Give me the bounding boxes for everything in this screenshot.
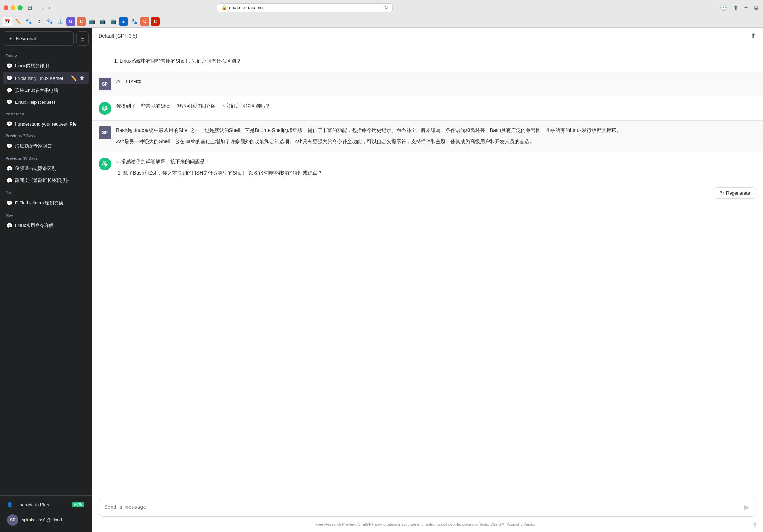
- traffic-light-yellow[interactable]: [11, 5, 15, 10]
- chat-icon: 💬: [6, 143, 12, 149]
- tab-13[interactable]: C: [140, 17, 149, 26]
- sidebar-toggle-btn[interactable]: ⊟: [25, 4, 34, 12]
- traffic-light-green[interactable]: [18, 5, 23, 10]
- user-email: spirals.trios0i@icloud.: [22, 518, 76, 522]
- copy-button[interactable]: 🗋: [722, 102, 731, 112]
- question-item-1: Linux系统中有哪些常用的Shell，它们之间有什么区别？: [120, 57, 756, 65]
- tab-2[interactable]: 🐾: [24, 17, 33, 26]
- chat-item-text: Diffie-Hellman 密钥交换: [15, 200, 85, 206]
- tab-6[interactable]: G: [66, 17, 75, 26]
- gpt-avatar: [99, 102, 111, 115]
- section-yesterday: Yesterday: [3, 108, 89, 118]
- chat-item-text: Linux常用命令详解: [15, 222, 85, 229]
- share-btn[interactable]: ⬆: [732, 4, 740, 12]
- thumbs-down-button[interactable]: 👎: [746, 102, 756, 112]
- tab-4[interactable]: 🐾: [45, 17, 54, 26]
- tab-12[interactable]: 🐾: [130, 17, 139, 26]
- message-user-1: SP Zsh FISH等: [92, 72, 763, 96]
- tab-bar: 📅 ✏️ 🐾 🖥 🐾 ⚓ G C 📺 📺 📺 in 🐾 C C: [0, 15, 763, 28]
- chat-icon: 💬: [6, 99, 12, 105]
- message-numbered-q: Linux系统中有哪些常用的Shell，它们之间有什么区别？: [92, 51, 763, 72]
- thumbs-up-button-2[interactable]: 👍: [733, 158, 743, 167]
- paragraph-2: Zsh是另一种强大的Shell，它在Bash的基础上增加了许多额外的功能和定制选…: [116, 138, 756, 146]
- footer-note-text: Free Research Preview. ChatGPT may produ…: [315, 522, 489, 526]
- chat-item-diffie-hellman[interactable]: 💬 Diffie-Hellman 密钥交换: [3, 197, 89, 209]
- regenerate-icon: ↻: [720, 190, 724, 196]
- tab-14[interactable]: C: [151, 17, 160, 26]
- message-user-2: SP Bash是Linux系统中最常用的Shell之一，也是默认的Shell。它…: [92, 121, 763, 152]
- url-text: chat.openai.com: [229, 5, 263, 10]
- tab-1[interactable]: ✏️: [13, 17, 23, 26]
- grid-view-button[interactable]: ⊟: [76, 31, 89, 46]
- reload-icon[interactable]: ↻: [384, 5, 388, 10]
- share-chat-button[interactable]: ⬆: [751, 32, 756, 40]
- new-tab-btn[interactable]: +: [743, 4, 749, 12]
- chat-item-text: 安装Linux在苹果电脑: [15, 87, 85, 94]
- tab-9[interactable]: 📺: [98, 17, 107, 26]
- chat-item-linux-commands[interactable]: 💬 Linux常用命令详解: [3, 220, 89, 232]
- thumbs-down-button-2[interactable]: 👎: [746, 158, 756, 167]
- chat-item-install-linux[interactable]: 💬 安装Linux在苹果电脑: [3, 84, 89, 96]
- address-bar[interactable]: 🔒 chat.openai.com ↻: [217, 3, 393, 12]
- chat-item-text: 倒频谱与边际谱区别: [15, 165, 85, 172]
- chat-icon: 💬: [6, 178, 12, 183]
- chat-item-linux-help[interactable]: 💬 Linux Help Request: [3, 96, 89, 108]
- new-chat-button[interactable]: ＋ New chat: [3, 31, 74, 46]
- tab-3[interactable]: 🖥: [34, 17, 44, 26]
- traffic-lights: [4, 5, 23, 10]
- chat-item-actions: ✏️ 🗑: [70, 75, 85, 82]
- back-btn[interactable]: ‹: [39, 4, 45, 12]
- browser-chrome: ⊟ ‹ › 🔒 chat.openai.com ↻ 🕐 ⬆ + ⧉: [0, 0, 763, 15]
- chat-item-text: 海底勘探专家回答: [15, 143, 85, 149]
- tab-11[interactable]: in: [119, 17, 128, 26]
- chat-item-seabed[interactable]: 💬 海底勘探专家回答: [3, 140, 89, 152]
- send-button[interactable]: ▶: [743, 502, 750, 512]
- chat-footer-note: Free Research Preview. ChatGPT may produ…: [92, 519, 763, 532]
- sidebar-scroll: Today 💬 Linux内核的作用 💬 Explaining Linux Ke…: [0, 49, 92, 495]
- message-content: 非常感谢你的详细解释，接下来的问题是： 除了Bash和Zsh，你之前提到的FIS…: [116, 158, 717, 179]
- message-content: Linux系统中有哪些常用的Shell，它们之间有什么区别？: [113, 57, 756, 66]
- tab-8[interactable]: 📺: [87, 17, 96, 26]
- message-content: 你提到了一些常见的Shell，但还可以详细介绍一下它们之间的区别吗？: [116, 102, 717, 110]
- forward-btn[interactable]: ›: [46, 4, 52, 12]
- thumbs-up-button[interactable]: 👍: [733, 102, 743, 112]
- traffic-light-red[interactable]: [4, 5, 8, 10]
- upgrade-button[interactable]: 👤 Upgrade to Plus NEW: [3, 499, 89, 511]
- chat-item-text: 副团支书兼副班长述职报告: [15, 177, 85, 184]
- tab-10[interactable]: 📺: [108, 17, 118, 26]
- chat-icon: 💬: [6, 223, 12, 228]
- tabs-btn[interactable]: ⧉: [752, 4, 759, 12]
- chat-item-linux-kernel[interactable]: 💬 Linux内核的作用: [3, 60, 89, 72]
- question-list: Linux系统中有哪些常用的Shell，它们之间有什么区别？: [113, 57, 756, 65]
- chat-item-understand[interactable]: 💬 I understand your request. Ple: [3, 118, 89, 129]
- help-icon[interactable]: ?: [753, 522, 756, 528]
- chat-item-report[interactable]: 💬 副团支书兼副班长述职报告: [3, 175, 89, 186]
- chat-input[interactable]: [105, 504, 740, 510]
- user-profile[interactable]: SP spirals.trios0i@icloud. ···: [3, 511, 89, 529]
- regenerate-area: ↻ Regenerate: [92, 184, 763, 202]
- tab-0[interactable]: 📅: [3, 17, 12, 26]
- regenerate-label: Regenerate: [726, 190, 750, 196]
- section-today: Today: [3, 49, 89, 60]
- tab-5[interactable]: ⚓: [56, 17, 65, 26]
- message-text: Zsh FISH等: [116, 79, 142, 84]
- chat-item-cepstrum[interactable]: 💬 倒频谱与边际谱区别: [3, 163, 89, 175]
- rename-chat-button[interactable]: ✏️: [70, 75, 77, 82]
- tab-7[interactable]: C: [77, 17, 86, 26]
- copy-button-2[interactable]: 🗋: [722, 158, 731, 167]
- message-assistant-1: 你提到了一些常见的Shell，但还可以详细介绍一下它们之间的区别吗？ 🗋 👍 👎: [92, 96, 763, 120]
- chat-item-text: Linux Help Request: [15, 100, 85, 105]
- chat-item-explaining-linux[interactable]: 💬 Explaining Linux Kernel ✏️ 🗑: [3, 72, 89, 84]
- history-btn[interactable]: 🕐: [718, 4, 729, 12]
- avatar: SP: [7, 514, 18, 526]
- delete-chat-button[interactable]: 🗑: [79, 75, 85, 82]
- regenerate-button[interactable]: ↻ Regenerate: [714, 187, 756, 199]
- sidebar-header: ＋ New chat ⊟: [0, 28, 92, 49]
- avatar: SP: [99, 78, 111, 90]
- new-chat-label: New chat: [16, 36, 36, 42]
- send-icon: ▶: [744, 503, 749, 511]
- footer-link[interactable]: ChatGPT August 3 Version: [490, 522, 536, 526]
- user-menu-button[interactable]: ···: [80, 517, 84, 523]
- section-prev7: Previous 7 Days: [3, 129, 89, 140]
- chat-icon: 💬: [6, 75, 12, 81]
